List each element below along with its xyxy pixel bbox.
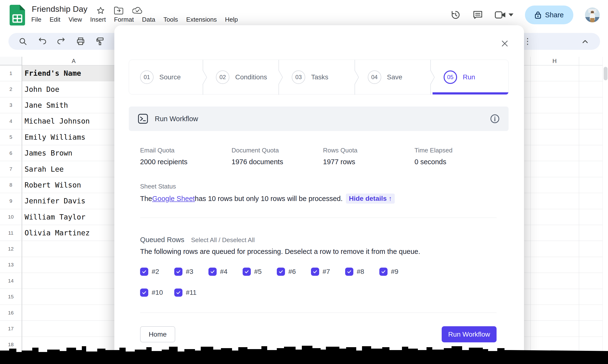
- sheet-row[interactable]: 3Jane Smith: [0, 97, 125, 113]
- queued-row-checkbox[interactable]: #5: [243, 268, 277, 276]
- sheet-row[interactable]: 4Michael Johnson: [0, 113, 125, 129]
- row-number[interactable]: 3: [0, 97, 22, 113]
- cell[interactable]: Jane Smith: [22, 97, 125, 113]
- info-icon[interactable]: [490, 114, 500, 124]
- sheet-row[interactable]: 7Sarah Lee: [0, 161, 125, 177]
- row-number[interactable]: 11: [0, 225, 22, 241]
- sheet-row[interactable]: 1Friend's Name: [0, 65, 125, 81]
- sheet-row[interactable]: 6James Brown: [0, 145, 125, 161]
- sheet-row[interactable]: 15: [0, 289, 125, 305]
- menu-tools[interactable]: Tools: [164, 16, 178, 23]
- redo-icon[interactable]: [57, 37, 66, 46]
- share-button[interactable]: Share: [525, 6, 573, 24]
- menu-view[interactable]: View: [69, 16, 82, 23]
- sheet-row[interactable]: 12: [0, 241, 125, 257]
- cell[interactable]: James Brown: [22, 145, 125, 161]
- row-number[interactable]: 13: [0, 257, 22, 273]
- step-save[interactable]: 04 Save: [357, 60, 432, 94]
- step-tasks[interactable]: 03 Tasks: [281, 60, 357, 94]
- menu-file[interactable]: File: [31, 16, 41, 23]
- row-number[interactable]: 10: [0, 209, 22, 225]
- menu-help[interactable]: Help: [225, 16, 238, 23]
- menu-extensions[interactable]: Extensions: [186, 16, 217, 23]
- sheet-row[interactable]: 17: [0, 321, 125, 337]
- row-number[interactable]: 5: [0, 129, 22, 145]
- sheet-row[interactable]: 9Jennifer Davis: [0, 193, 125, 209]
- step-conditions[interactable]: 02 Conditions: [205, 60, 281, 94]
- cell[interactable]: Olivia Martinez: [22, 225, 125, 241]
- row-number[interactable]: 9: [0, 193, 22, 209]
- cell[interactable]: John Doe: [22, 81, 125, 97]
- sheet-row[interactable]: 2John Doe: [0, 81, 125, 97]
- cell[interactable]: Jennifer Davis: [22, 193, 125, 209]
- sheet-row[interactable]: 8Robert Wilson: [0, 177, 125, 193]
- menu-format[interactable]: Format: [114, 16, 134, 23]
- meet-call-control[interactable]: [495, 10, 513, 20]
- step-run[interactable]: 05 Run: [432, 60, 508, 94]
- document-title[interactable]: Friendship Day: [32, 4, 87, 14]
- version-history-icon[interactable]: [450, 10, 461, 20]
- cell[interactable]: Sarah Lee: [22, 161, 125, 177]
- move-folder-icon[interactable]: [114, 6, 123, 15]
- sheet-row[interactable]: 10William Taylor: [0, 209, 125, 225]
- cell[interactable]: [22, 305, 125, 321]
- menu-edit[interactable]: Edit: [50, 16, 60, 23]
- queued-row-checkbox[interactable]: #6: [277, 268, 311, 276]
- row-number[interactable]: 6: [0, 145, 22, 161]
- queued-row-checkbox[interactable]: #7: [311, 268, 345, 276]
- queued-row-checkbox[interactable]: #3: [174, 268, 208, 276]
- row-number[interactable]: 2: [0, 81, 22, 97]
- step-source[interactable]: 01 Source: [129, 60, 205, 94]
- row-number[interactable]: 14: [0, 273, 22, 289]
- cell[interactable]: Emily Williams: [22, 129, 125, 145]
- queued-row-checkbox[interactable]: #9: [379, 268, 414, 276]
- select-all-corner[interactable]: [0, 57, 22, 65]
- sheet-row[interactable]: 16: [0, 305, 125, 321]
- row-number[interactable]: 8: [0, 177, 22, 193]
- hide-details-link[interactable]: Hide details ↑: [346, 194, 395, 204]
- comments-icon[interactable]: [472, 10, 483, 20]
- queued-row-checkbox[interactable]: #11: [174, 288, 208, 297]
- row-number[interactable]: 4: [0, 113, 22, 129]
- sheet-row[interactable]: 5Emily Williams: [0, 129, 125, 145]
- paint-format-icon[interactable]: [96, 37, 104, 46]
- row-number[interactable]: 1: [0, 65, 22, 81]
- cell[interactable]: [22, 289, 125, 305]
- cell[interactable]: Friend's Name: [22, 65, 125, 81]
- cell[interactable]: [22, 273, 125, 289]
- cell[interactable]: [22, 257, 125, 273]
- undo-icon[interactable]: [38, 37, 46, 46]
- column-header-a[interactable]: A: [22, 57, 125, 65]
- close-icon[interactable]: [499, 38, 510, 49]
- star-icon[interactable]: [96, 6, 105, 15]
- cell[interactable]: Michael Johnson: [22, 113, 125, 129]
- queued-row-checkbox[interactable]: #10: [140, 288, 174, 297]
- search-icon[interactable]: [18, 37, 27, 46]
- row-number[interactable]: 16: [0, 305, 22, 321]
- queued-row-checkbox[interactable]: #8: [345, 268, 379, 276]
- menu-data[interactable]: Data: [142, 16, 155, 23]
- row-number[interactable]: 12: [0, 241, 22, 257]
- cell[interactable]: William Taylor: [22, 209, 125, 225]
- account-avatar[interactable]: [585, 7, 600, 22]
- cell[interactable]: Robert Wilson: [22, 177, 125, 193]
- menu-insert[interactable]: Insert: [90, 16, 106, 23]
- select-all-toggle[interactable]: Select All / Deselect All: [191, 236, 255, 244]
- home-button[interactable]: Home: [140, 326, 175, 342]
- row-number[interactable]: 7: [0, 161, 22, 177]
- print-icon[interactable]: [76, 37, 85, 46]
- row-number[interactable]: 17: [0, 321, 22, 337]
- vertical-scrollbar-thumb[interactable]: [604, 67, 608, 80]
- row-number[interactable]: 15: [0, 289, 22, 305]
- cloud-saved-icon[interactable]: [132, 7, 142, 14]
- collapse-toolbar-icon[interactable]: [581, 37, 590, 46]
- run-workflow-button[interactable]: Run Workflow: [442, 326, 497, 342]
- empty-grid-rows[interactable]: [524, 65, 602, 364]
- toolbar-overflow-icon[interactable]: ⋮: [524, 36, 532, 46]
- cell[interactable]: [22, 321, 125, 337]
- queued-row-checkbox[interactable]: #4: [208, 268, 243, 276]
- cell[interactable]: [22, 241, 125, 257]
- sheet-row[interactable]: 13: [0, 257, 125, 273]
- column-header-h[interactable]: H: [530, 57, 579, 65]
- sheet-row[interactable]: 11Olivia Martinez: [0, 225, 125, 241]
